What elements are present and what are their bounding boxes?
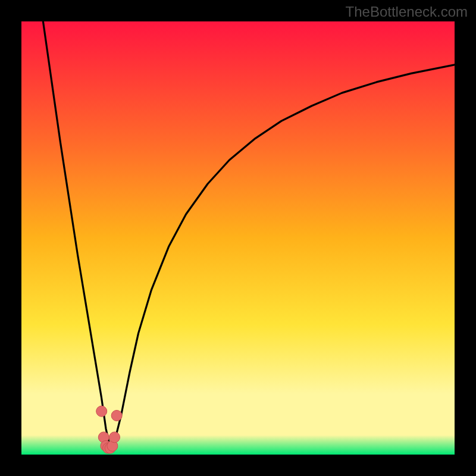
bottleneck-chart bbox=[21, 21, 455, 455]
gradient-background bbox=[21, 21, 455, 455]
curve-marker bbox=[96, 406, 107, 416]
curve-marker bbox=[109, 432, 120, 443]
watermark-text: TheBottleneck.com bbox=[346, 4, 468, 20]
chart-frame: TheBottleneck.com bbox=[0, 0, 476, 476]
curve-marker bbox=[111, 410, 122, 421]
